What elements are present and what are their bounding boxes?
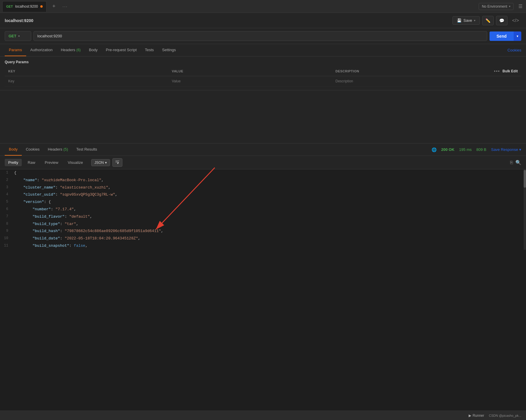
- response-size: 809 B: [476, 147, 486, 152]
- line-num-9: 9: [0, 228, 12, 234]
- scrollbar-track[interactable]: [524, 169, 526, 250]
- method-chevron-icon: ▾: [18, 34, 20, 38]
- edit-button[interactable]: ✏️: [482, 16, 494, 25]
- code-line-1: 1 {: [0, 169, 526, 177]
- header-bar: localhost:9200 💾 Save ▾ ✏️ 💬 </>: [0, 13, 526, 28]
- params-body: Query Params KEY VALUE DESCRIPTION ••• B…: [0, 56, 526, 143]
- url-input[interactable]: [34, 31, 487, 41]
- format-tab-visualize[interactable]: Visualize: [64, 159, 86, 166]
- request-tabs-nav: Params Authorization Headers (6) Body Pr…: [0, 44, 526, 56]
- method-selector[interactable]: GET ▾: [5, 31, 31, 41]
- code-line-11: 11 "build_snapshot": false,: [0, 242, 526, 250]
- format-type-selector[interactable]: JSON ▾: [91, 159, 110, 166]
- tab-params[interactable]: Params: [5, 44, 26, 56]
- response-tab-test-results-label: Test Results: [76, 147, 97, 151]
- cookies-link[interactable]: Cookies: [507, 44, 521, 56]
- response-tab-test-results[interactable]: Test Results: [72, 144, 101, 156]
- headers-badge: (6): [76, 48, 81, 52]
- param-key-input[interactable]: [8, 79, 165, 83]
- response-headers-badge: (5): [63, 147, 68, 151]
- line-content-5: "version": {: [12, 199, 526, 206]
- send-button[interactable]: Send: [490, 31, 514, 41]
- line-content-3: "cluster_name": "elasticsearch_xuzhi",: [12, 184, 526, 191]
- save-button[interactable]: 💾 Save ▾: [452, 16, 480, 25]
- param-value-input[interactable]: [172, 79, 328, 83]
- format-tab-raw[interactable]: Raw: [24, 159, 39, 166]
- scrollbar-thumb: [524, 170, 526, 188]
- line-content-1: {: [12, 169, 526, 177]
- format-tab-pretty[interactable]: Pretty: [5, 159, 22, 166]
- param-desc-input[interactable]: [335, 79, 518, 83]
- tab-headers-label: Headers: [61, 48, 75, 52]
- response-tabs-nav: Body Cookies Headers (5) Test Results 🌐 …: [0, 144, 526, 156]
- response-tab-body-label: Body: [9, 147, 18, 151]
- send-dropdown-button[interactable]: ▾: [514, 31, 521, 41]
- tab-authorization-label: Authorization: [30, 48, 53, 52]
- request-bar: GET ▾ Send ▾: [0, 28, 526, 44]
- format-type-label: JSON: [94, 161, 104, 165]
- code-line-4: 4 "cluster_uuid": "sqpv0SxvQPSg3QC3g7RL-…: [0, 191, 526, 199]
- runner-label: Runner: [472, 414, 484, 418]
- tab-tests-label: Tests: [145, 48, 154, 52]
- line-content-9: "build_hash": "79878662c54c886ae89206c68…: [12, 228, 526, 235]
- code-line-8: 8 "build_type": "tar",: [0, 221, 526, 228]
- line-content-10: "build_date": "2022-05-18T18:04:20.96434…: [12, 235, 526, 242]
- save-icon: 💾: [457, 18, 462, 23]
- globe-icon: 🌐: [432, 147, 437, 152]
- tab-body[interactable]: Body: [85, 44, 102, 56]
- tabs-nav-right: Cookies: [507, 48, 521, 52]
- code-button[interactable]: </>: [510, 17, 521, 24]
- save-response-chevron: ▾: [519, 147, 521, 152]
- response-status: 200 OK: [441, 147, 455, 152]
- line-num-10: 10: [0, 235, 12, 242]
- search-button[interactable]: 🔍: [515, 160, 521, 165]
- comment-button[interactable]: 💬: [496, 16, 507, 25]
- tab-authorization[interactable]: Authorization: [26, 44, 57, 56]
- new-tab-button[interactable]: +: [50, 2, 58, 11]
- line-content-4: "cluster_uuid": "sqpv0SxvQPSg3QC3g7RL-w"…: [12, 191, 526, 199]
- response-tab-headers-label: Headers: [48, 147, 62, 151]
- environment-selector[interactable]: No Environment ▾: [479, 3, 514, 10]
- tab-actions: + ···: [50, 2, 70, 11]
- params-more-icon[interactable]: •••: [494, 69, 500, 74]
- main-content: localhost:9200 💾 Save ▾ ✏️ 💬 </> GET ▾ S…: [0, 13, 526, 420]
- format-toolbar: Pretty Raw Preview Visualize JSON ▾ ⎘ 🔍: [0, 156, 526, 169]
- line-num-11: 11: [0, 242, 12, 249]
- send-btn-group: Send ▾: [490, 31, 521, 41]
- tab-params-label: Params: [9, 48, 22, 52]
- code-line-6: 6 "number": "7.17.4",: [0, 206, 526, 213]
- tab-body-label: Body: [89, 48, 98, 52]
- tab-tests[interactable]: Tests: [141, 44, 158, 56]
- tab-settings-label: Settings: [162, 48, 176, 52]
- params-table: KEY VALUE DESCRIPTION ••• Bulk Edit: [5, 66, 521, 86]
- response-tab-body[interactable]: Body: [5, 144, 22, 156]
- line-num-1: 1: [0, 169, 12, 176]
- line-num-7: 7: [0, 213, 12, 220]
- environment-icon-button[interactable]: ☰: [517, 2, 524, 10]
- word-wrap-button[interactable]: [112, 158, 122, 167]
- response-tab-cookies[interactable]: Cookies: [22, 144, 44, 156]
- code-editor: 1 { 2 "name": "xuzhideMacBook-Pro.local"…: [0, 169, 526, 250]
- bulk-edit-button[interactable]: Bulk Edit: [502, 69, 518, 73]
- format-tab-preview[interactable]: Preview: [41, 159, 62, 166]
- line-content-7: "build_flavor": "default",: [12, 213, 526, 221]
- code-line-5: 5 "version": {: [0, 199, 526, 206]
- response-tab-headers[interactable]: Headers (5): [44, 144, 72, 156]
- save-response-label: Save Response: [491, 147, 518, 152]
- env-label: No Environment: [482, 4, 507, 9]
- tab-settings[interactable]: Settings: [158, 44, 180, 56]
- response-tabs-right: 🌐 200 OK 195 ms 809 B Save Response ▾: [432, 147, 521, 152]
- runner-button[interactable]: ▶ Runner: [469, 414, 484, 418]
- format-toolbar-right: ⎘ 🔍: [510, 160, 521, 165]
- line-num-6: 6: [0, 206, 12, 213]
- save-response-button[interactable]: Save Response ▾: [491, 147, 521, 152]
- tab-pre-request[interactable]: Pre-request Script: [102, 44, 141, 56]
- tab-headers[interactable]: Headers (6): [57, 44, 85, 56]
- col-description: DESCRIPTION ••• Bulk Edit: [332, 66, 521, 76]
- active-tab[interactable]: GET localhost:9200: [2, 1, 46, 12]
- copy-button[interactable]: ⎘: [510, 160, 513, 165]
- save-label: Save: [463, 18, 472, 23]
- code-line-10: 10 "build_date": "2022-05-18T18:04:20.96…: [0, 235, 526, 242]
- tab-more-button[interactable]: ···: [60, 3, 70, 10]
- tab-bar: GET localhost:9200 + ··· No Environment …: [0, 0, 526, 13]
